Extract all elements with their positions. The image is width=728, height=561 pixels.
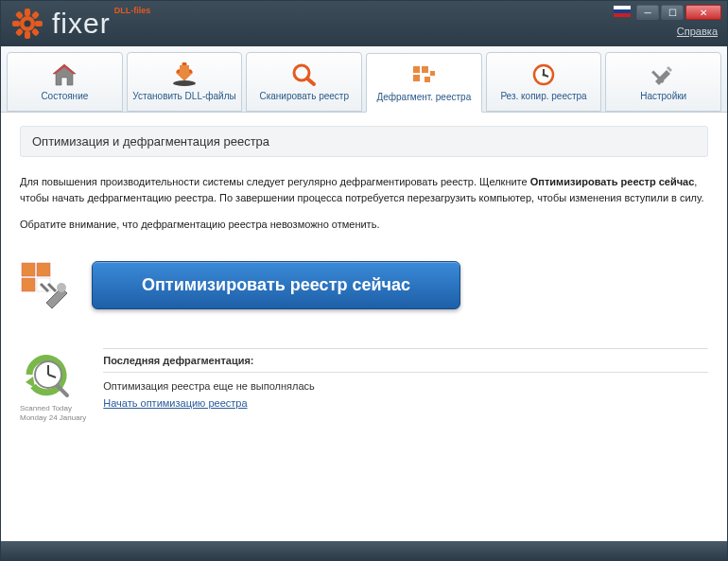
- svg-rect-15: [413, 75, 420, 81]
- tab-label: Состояние: [41, 91, 88, 101]
- description-paragraph-2: Обратите внимание, что дефрагментацию ре…: [20, 217, 708, 233]
- clock-backup-icon: [529, 62, 559, 87]
- help-link[interactable]: Справка: [677, 26, 718, 37]
- svg-rect-2: [12, 21, 20, 26]
- defrag-tools-icon: [20, 261, 73, 310]
- last-defrag-icon-col: Scanned Today Monday 24 January: [20, 348, 86, 422]
- svg-rect-17: [430, 71, 435, 76]
- cog-icon: [10, 7, 44, 41]
- footer-bar: [1, 541, 727, 560]
- scan-caption-2: Monday 24 January: [20, 414, 86, 422]
- defrag-blocks-icon: [408, 63, 439, 88]
- svg-rect-1: [25, 31, 30, 39]
- svg-line-12: [307, 79, 314, 84]
- maximize-button[interactable]: ☐: [661, 5, 684, 20]
- minimize-button[interactable]: ─: [636, 5, 659, 20]
- svg-point-27: [57, 283, 66, 292]
- download-icon: [169, 62, 199, 87]
- window-controls: ─ ☐ ✕: [614, 5, 721, 20]
- svg-rect-23: [22, 263, 35, 276]
- svg-rect-24: [37, 263, 50, 276]
- tab-label: Настройки: [640, 91, 686, 101]
- tab-scan-registry[interactable]: Сканировать реестр: [246, 52, 362, 112]
- tab-backup-registry[interactable]: Рез. копир. реестра: [486, 52, 602, 112]
- tab-bar: Состояние Установить DLL-файлы Сканирова…: [1, 46, 727, 113]
- tab-label: Установить DLL-файлы: [132, 91, 235, 101]
- last-defrag-panel: Scanned Today Monday 24 January Последня…: [20, 348, 708, 422]
- close-button[interactable]: ✕: [685, 5, 721, 20]
- svg-rect-25: [22, 278, 35, 291]
- content-area: Оптимизация и дефрагментация реестра Для…: [1, 113, 727, 541]
- tab-install-dll[interactable]: Установить DLL-файлы: [127, 52, 243, 112]
- clock-refresh-icon: [20, 392, 73, 403]
- titlebar: fixer DLL-files ─ ☐ ✕ Справка: [1, 1, 727, 46]
- tab-settings[interactable]: Настройки: [605, 52, 721, 112]
- svg-point-10: [173, 80, 196, 86]
- optimize-now-button[interactable]: Оптимизировать реестр сейчас: [92, 261, 460, 309]
- description-paragraph-1: Для повышения производительности системы…: [20, 174, 708, 205]
- app-logo: fixer DLL-files: [10, 7, 152, 41]
- last-defrag-body: Последняя дефрагментация: Оптимизация ре…: [103, 348, 708, 409]
- tools-icon: [649, 62, 679, 87]
- tab-label: Рез. копир. реестра: [500, 91, 586, 101]
- svg-rect-0: [25, 9, 30, 16]
- svg-rect-3: [35, 21, 43, 26]
- text-pre: Для повышения производительности системы…: [20, 176, 530, 187]
- svg-point-21: [543, 74, 546, 77]
- start-optimization-link[interactable]: Начать оптимизацию реестра: [103, 397, 247, 409]
- tab-defrag-registry[interactable]: Дефрагмент. реестра: [366, 53, 482, 113]
- last-defrag-title: Последняя дефрагментация:: [103, 348, 708, 373]
- app-superscript: DLL-files: [114, 6, 151, 15]
- tab-label: Сканировать реестр: [259, 91, 349, 101]
- home-icon: [49, 62, 79, 87]
- language-flag-icon[interactable]: [614, 6, 631, 17]
- scan-caption-1: Scanned Today: [20, 405, 86, 412]
- app-name: fixer: [52, 8, 111, 40]
- tab-label: Дефрагмент. реестра: [376, 92, 471, 102]
- svg-rect-14: [422, 66, 428, 73]
- svg-rect-13: [413, 66, 420, 73]
- app-window: fixer DLL-files ─ ☐ ✕ Справка Состояние …: [0, 0, 728, 561]
- section-title: Оптимизация и дефрагментация реестра: [20, 126, 708, 157]
- magnifier-icon: [289, 62, 320, 87]
- text-bold: Оптимизировать реестр сейчас: [530, 176, 695, 187]
- action-row: Оптимизировать реестр сейчас: [20, 261, 708, 310]
- last-defrag-status: Оптимизация реестра еще не выполнялась: [103, 380, 708, 392]
- svg-rect-16: [425, 77, 430, 82]
- svg-point-9: [25, 21, 31, 27]
- tab-status[interactable]: Состояние: [7, 52, 123, 112]
